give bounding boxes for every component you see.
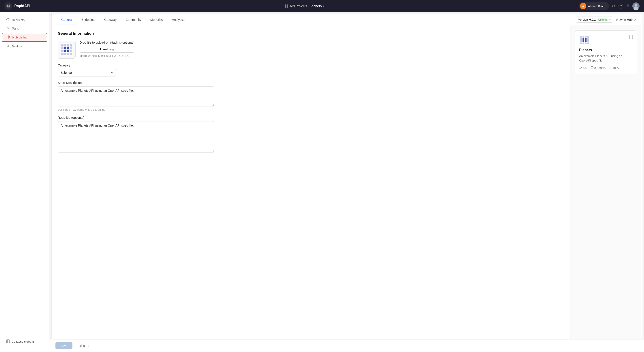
svg-point-12 (8, 36, 9, 38)
breadcrumb-separator: / (308, 4, 309, 8)
dot (70, 44, 72, 46)
sidebar-label-requests: Requests (12, 18, 24, 22)
pdot (580, 42, 582, 44)
dot (67, 50, 69, 52)
max-size-text: Maximum size: 500 x 500px, JPEG / PNG (80, 54, 134, 58)
logo-icon (4, 2, 12, 10)
help-icon[interactable]: ? (618, 4, 624, 8)
sidebar-item-hub-listing[interactable]: Hub Listing (2, 33, 47, 42)
form-section: General Information (52, 25, 570, 350)
notifications-icon[interactable]: ✉ (612, 4, 616, 8)
save-button[interactable]: Save (56, 342, 72, 349)
bookmark-icon[interactable] (629, 35, 633, 40)
category-label: Category (58, 64, 564, 67)
collapse-sidebar-label: Collapse sidebar (12, 340, 34, 343)
preview-card-header (579, 35, 633, 46)
tabs-bar: General Endpoints Gateway Community Mone… (52, 14, 642, 25)
svg-point-10 (7, 18, 10, 21)
tab-general[interactable]: General (57, 14, 77, 25)
breadcrumb-api-projects[interactable]: API Projects (290, 4, 307, 8)
category-select[interactable]: Science Technology Business Sports Other (58, 69, 116, 76)
breadcrumb-planets[interactable]: Planets ▾ (310, 4, 324, 8)
pdot (585, 36, 586, 38)
logo-upload-controls: Drop file to upload or attach it (option… (80, 41, 134, 58)
dot (61, 44, 64, 46)
pdot (587, 40, 589, 42)
short-desc-hint: Describe in few words what's this api do (58, 108, 564, 111)
profile-avatar[interactable] (632, 2, 640, 10)
drop-file-text: Drop file to upload or attach it (option… (80, 41, 134, 44)
section-title: General Information (58, 31, 564, 36)
pdot (587, 36, 589, 38)
tab-endpoints-label: Endpoints (82, 18, 95, 22)
stat-uptime: ✓ 100% (609, 66, 620, 70)
version-number: 0.0.1 (589, 18, 596, 21)
readme-group: Read Me (optional) An example Planets AP… (58, 116, 564, 153)
preview-dots-grid (580, 36, 589, 44)
readme-textarea[interactable]: An example Planets API using an OpenAPI … (58, 121, 214, 152)
dot (64, 50, 66, 52)
tab-community[interactable]: Community (121, 14, 146, 25)
svg-rect-3 (285, 4, 286, 6)
tab-gateway-label: Gateway (104, 18, 116, 22)
collapse-icon (6, 340, 10, 344)
tab-general-label: General (61, 18, 72, 22)
sidebar-item-settings[interactable]: Settings (2, 42, 47, 50)
discard-button[interactable]: Discard (75, 342, 93, 349)
tab-endpoints[interactable]: Endpoints (77, 14, 100, 25)
short-desc-textarea[interactable]: An example Planets API using an OpenAPI … (58, 86, 214, 106)
grid-apps-icon[interactable]: ⠿ (626, 4, 629, 8)
pdot (580, 36, 582, 38)
pdot (582, 36, 584, 38)
tab-monetize[interactable]: Monetize (146, 14, 168, 25)
user-name: Ahmad Bilal (588, 4, 604, 8)
app-logo[interactable]: RapidAPI (4, 2, 30, 10)
dot (70, 50, 72, 52)
pdot (587, 42, 589, 44)
external-link-icon: ↗ (634, 18, 636, 21)
sidebar-item-requests[interactable]: Requests (2, 16, 47, 24)
svg-line-17 (592, 68, 593, 68)
preview-api-description: An example Planets API using an OpenAPI … (579, 54, 633, 62)
upload-logo-button[interactable]: Upload Logo (80, 46, 134, 52)
version-chevron-icon: ▾ (609, 18, 611, 21)
svg-point-11 (7, 36, 10, 38)
tab-monetize-label: Monetize (150, 18, 163, 22)
version-label: Version (578, 18, 588, 21)
version-dropdown[interactable]: Version 0.0.1 Current ▾ (576, 16, 613, 22)
sidebar-item-tests[interactable]: Tests (2, 24, 47, 32)
check-icon: ✓ (609, 66, 612, 70)
preview-api-name: Planets (579, 48, 633, 52)
pdot (582, 40, 584, 42)
sidebar-label-settings: Settings (12, 45, 23, 48)
tab-analytics[interactable]: Analytics (168, 14, 189, 25)
pdot (587, 38, 589, 40)
dot (70, 53, 72, 55)
dot (61, 47, 64, 50)
dot (64, 44, 66, 46)
dot (64, 53, 66, 55)
sidebar-label-tests: Tests (12, 27, 19, 30)
pdot (582, 38, 584, 40)
pdot (585, 40, 586, 42)
sidebar-label-hub-listing: Hub Listing (12, 36, 28, 39)
preview-card: Planets An example Planets API using an … (575, 30, 637, 74)
stat-latency: 0,000ms (590, 66, 606, 70)
app-name: RapidAPI (14, 4, 30, 8)
view-in-hub-button[interactable]: View In Hub ↗ (616, 18, 636, 22)
dot (67, 44, 69, 46)
logo-preview (58, 41, 76, 58)
pdot (582, 42, 584, 44)
breadcrumb: API Projects / Planets ▾ (34, 4, 575, 8)
svg-rect-13 (6, 340, 10, 343)
logo-upload-row: Drop file to upload or attach it (option… (58, 41, 564, 58)
collapse-sidebar-button[interactable]: Collapse sidebar (2, 338, 47, 346)
tab-gateway[interactable]: Gateway (100, 14, 121, 25)
content-area: General Information (52, 25, 642, 350)
current-badge: Current (597, 18, 608, 21)
main-content: General Endpoints Gateway Community Mone… (51, 14, 642, 350)
pdot (585, 38, 586, 40)
save-label: Save (60, 344, 68, 348)
user-menu[interactable]: A Ahmad Bilal ▾ (579, 2, 609, 10)
sidebar: Requests Tests Hub Listing Settings (0, 12, 49, 352)
